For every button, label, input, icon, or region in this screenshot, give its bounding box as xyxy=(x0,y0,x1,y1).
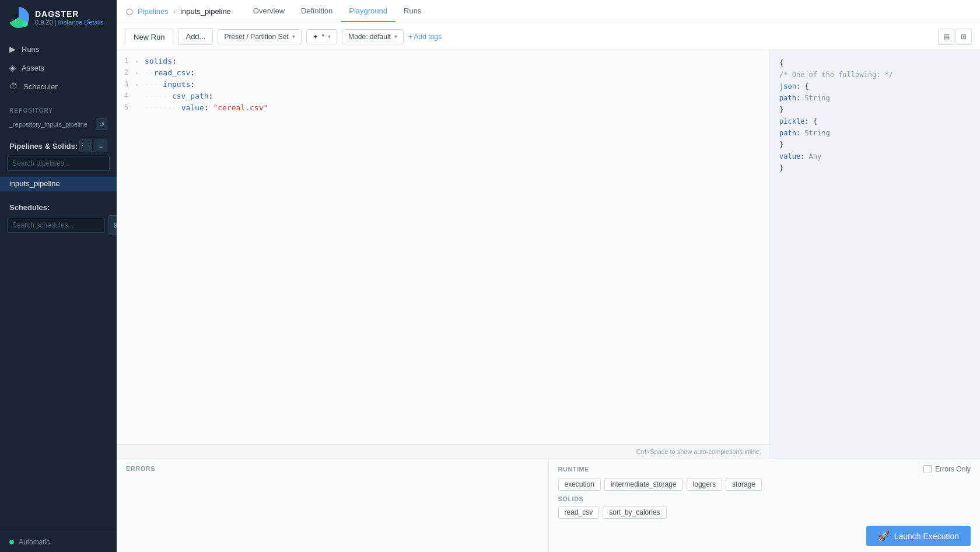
footer-status-label: Automatic xyxy=(19,538,50,546)
bottom-panel: ERRORS RUNTIME Errors Only execution int… xyxy=(117,459,980,552)
tag-execution[interactable]: execution xyxy=(558,478,601,491)
editor-scroll[interactable]: 1 ▸ solids: 2 ▸ ··read_csv: 3 ▸ ····inpu… xyxy=(117,50,769,444)
code-line-3: 3 ▸ ····inputs: xyxy=(117,78,769,90)
add-tags-button[interactable]: + Add tags xyxy=(408,33,442,41)
launch-rocket-icon: 🚀 xyxy=(878,530,890,541)
runtime-header: RUNTIME Errors Only xyxy=(558,465,971,473)
repository-label: REPOSITORY xyxy=(0,100,117,116)
layout-single-icon: ▤ xyxy=(943,33,950,41)
mode-chevron-icon: ▾ xyxy=(394,33,397,40)
top-nav: ⬡ Pipelines › inputs_pipeline Overview D… xyxy=(117,0,980,23)
layout-split-button[interactable]: ⊞ xyxy=(956,29,972,45)
app-version: 0.9.20 | Instance Details xyxy=(35,19,104,26)
dagster-logo xyxy=(8,7,29,28)
runs-icon: ▶ xyxy=(9,44,16,54)
sidebar-item-runs[interactable]: ▶ Runs xyxy=(0,40,117,58)
schedules-section: Schedules: ⊞ View All xyxy=(0,198,117,240)
code-line-5: 5 ········value: "cereal.csv" xyxy=(117,102,769,113)
launch-execution-label: Launch Execution xyxy=(894,532,959,541)
code-lines: 1 ▸ solids: 2 ▸ ··read_csv: 3 ▸ ····inpu… xyxy=(117,50,769,118)
launch-execution-button[interactable]: 🚀 Launch Execution xyxy=(866,526,971,546)
launch-btn-wrap: 🚀 Launch Execution xyxy=(558,521,971,546)
layout-split-icon: ⊞ xyxy=(961,33,967,41)
status-indicator xyxy=(9,540,14,544)
errors-only-checkbox[interactable] xyxy=(923,465,932,473)
sidebar-nav: ▶ Runs ◈ Assets ⏱ Scheduler xyxy=(0,35,117,100)
errors-label: ERRORS xyxy=(126,465,539,472)
sidebar-header: DAGSTER 0.9.20 | Instance Details xyxy=(0,0,117,35)
pipelines-section-title: Pipelines & Solids: xyxy=(9,142,78,151)
type-hint-panel: { /* One of the following: */ json: { pa… xyxy=(770,50,980,459)
tab-definition[interactable]: Definition xyxy=(293,1,341,22)
code-line-1: 1 ▸ solids: xyxy=(117,55,769,67)
pipeline-graph-btn[interactable]: ⋮⋮ xyxy=(79,139,92,152)
search-pipelines-wrap xyxy=(0,156,117,176)
toolbar: New Run Add... Preset / Partition Set ▾ … xyxy=(117,23,980,50)
sidebar: DAGSTER 0.9.20 | Instance Details ▶ Runs… xyxy=(0,0,117,552)
instance-details-link[interactable]: Instance Details xyxy=(58,19,104,26)
runtime-tags-row: execution intermediate_storage loggers s… xyxy=(558,478,971,491)
tag-loggers[interactable]: loggers xyxy=(687,478,722,491)
breadcrumb-pipelines[interactable]: Pipelines xyxy=(138,7,169,16)
errors-panel: ERRORS xyxy=(117,459,549,552)
pipeline-item-inputs-pipeline[interactable]: inputs_pipeline xyxy=(0,176,117,191)
runtime-panel: RUNTIME Errors Only execution intermedia… xyxy=(549,459,981,552)
preset-partition-label: Preset / Partition Set xyxy=(224,33,288,41)
solids-tags-row: read_csv sort_by_calories xyxy=(558,506,971,519)
repository-name: _repository_inputs_pipeline xyxy=(9,121,88,128)
preset-chevron-icon: ▾ xyxy=(292,33,295,40)
tag-intermediate-storage[interactable]: intermediate_storage xyxy=(604,478,683,491)
search-schedules-input[interactable] xyxy=(7,218,105,233)
solids-chevron-icon: ▾ xyxy=(328,33,331,40)
code-line-2: 2 ▸ ··read_csv: xyxy=(117,67,769,78)
solids-icon: ✦ xyxy=(313,33,318,41)
repo-row: _repository_inputs_pipeline ↺ xyxy=(0,116,117,135)
pipelines-section-header: Pipelines & Solids: ⋮⋮ ≡ xyxy=(0,135,117,156)
sidebar-item-assets[interactable]: ◈ Assets xyxy=(0,58,117,77)
pipeline-list-btn[interactable]: ≡ xyxy=(94,139,107,152)
add-button[interactable]: Add... xyxy=(178,28,213,45)
errors-only-label: Errors Only xyxy=(935,465,971,473)
editor-hint: Ctrl+Space to show auto-completions inli… xyxy=(117,444,769,459)
app-name: DAGSTER xyxy=(35,9,104,19)
runtime-label: RUNTIME xyxy=(558,466,590,473)
tab-overview[interactable]: Overview xyxy=(245,1,293,22)
editor-area: 1 ▸ solids: 2 ▸ ··read_csv: 3 ▸ ····inpu… xyxy=(117,50,980,459)
tab-playground[interactable]: Playground xyxy=(341,1,396,22)
schedules-search-row: ⊞ View All xyxy=(0,215,117,240)
pipeline-icon: ⬡ xyxy=(126,7,133,16)
code-editor: 1 ▸ solids: 2 ▸ ··read_csv: 3 ▸ ····inpu… xyxy=(117,50,770,459)
assets-icon: ◈ xyxy=(9,63,16,72)
repo-refresh-button[interactable]: ↺ xyxy=(96,118,107,130)
schedules-title: Schedules: xyxy=(0,198,117,215)
sidebar-item-scheduler[interactable]: ⏱ Scheduler xyxy=(0,77,117,96)
mode-dropdown[interactable]: Mode: default ▾ xyxy=(342,29,404,44)
solids-label: SOLIDS xyxy=(558,495,971,502)
nav-tabs: Overview Definition Playground Runs xyxy=(245,1,430,22)
solids-button[interactable]: ✦ * ▾ xyxy=(306,29,338,44)
tab-runs[interactable]: Runs xyxy=(396,1,429,22)
mode-label: Mode: default xyxy=(348,33,391,41)
scheduler-icon: ⏱ xyxy=(9,82,18,91)
solid-tag-sort-by-calories[interactable]: sort_by_calories xyxy=(603,506,666,519)
sidebar-footer: Automatic xyxy=(0,532,117,552)
pipelines-icons: ⋮⋮ ≡ xyxy=(79,139,107,152)
search-pipelines-input[interactable] xyxy=(7,156,110,171)
errors-only-row: Errors Only xyxy=(923,465,971,473)
solid-tag-read-csv[interactable]: read_csv xyxy=(558,506,600,519)
breadcrumb-current-pipeline: inputs_pipeline xyxy=(180,7,231,16)
layout-buttons: ▤ ⊞ xyxy=(938,29,972,45)
main-content: ⬡ Pipelines › inputs_pipeline Overview D… xyxy=(117,0,980,552)
new-run-button[interactable]: New Run xyxy=(125,29,173,45)
code-line-4: 4 ······csv_path: xyxy=(117,90,769,102)
sidebar-brand: DAGSTER 0.9.20 | Instance Details xyxy=(35,9,104,26)
preset-partition-dropdown[interactable]: Preset / Partition Set ▾ xyxy=(218,29,301,44)
layout-single-button[interactable]: ▤ xyxy=(938,29,954,45)
tag-storage[interactable]: storage xyxy=(726,478,762,491)
